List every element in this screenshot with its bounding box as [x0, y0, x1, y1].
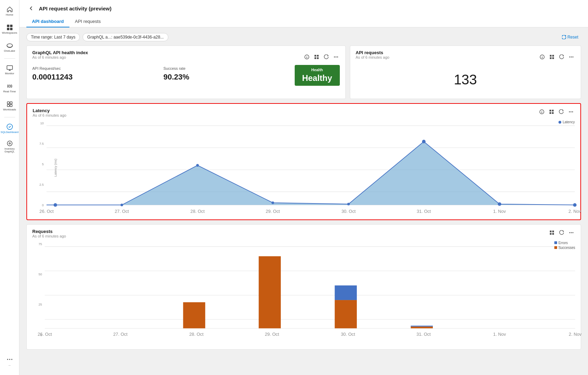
requests-chart-inner: Errors Successes — [42, 241, 575, 345]
latency-chart-actions — [538, 108, 575, 116]
svg-point-68 — [571, 232, 572, 233]
req-y-25: 25 — [39, 303, 42, 306]
health-refresh-button[interactable] — [322, 53, 330, 61]
svg-point-30 — [569, 56, 570, 57]
svg-rect-28 — [550, 57, 552, 59]
latency-grid-button[interactable] — [548, 108, 555, 116]
api-info-button[interactable] — [538, 53, 546, 61]
svg-text:27. Oct: 27. Oct — [115, 209, 129, 214]
svg-text:28. Oct: 28. Oct — [191, 209, 205, 214]
svg-point-47 — [53, 203, 57, 207]
svg-rect-63 — [550, 231, 552, 232]
svg-point-39 — [571, 111, 572, 112]
health-info-button[interactable] — [303, 53, 311, 61]
svg-text:29. Oct: 29. Oct — [266, 209, 280, 214]
content-area: Time range: Last 7 days GraphQL a...: aa… — [19, 27, 588, 375]
health-grid-button[interactable] — [313, 53, 320, 61]
metric-success-rate: Success rate 90.23% — [163, 65, 295, 86]
latency-svg-chart: 26. Oct 27. Oct 28. Oct 29. Oct 30. Oct … — [47, 126, 575, 214]
bar-28oct-successes — [183, 302, 205, 328]
sidebar-item-inventorygraphql[interactable]: Inventory GraphQL — [1, 138, 18, 155]
svg-point-31 — [571, 56, 572, 57]
health-metrics: API Request/sec 0.00011243 Success rate … — [32, 65, 340, 86]
health-card-actions — [303, 53, 340, 61]
requests-grid-button[interactable] — [548, 229, 556, 236]
svg-rect-34 — [549, 110, 551, 111]
topbar: API request activity (preview) API dashb… — [19, 0, 588, 27]
requests-refresh-button[interactable] — [558, 229, 565, 236]
graphql-filter[interactable]: GraphQL a...: aae539de-0c3f-4436-a28... — [83, 33, 168, 41]
req-y-75: 75 — [39, 242, 42, 246]
api-more-button[interactable] — [568, 53, 575, 61]
svg-text:31. Oct: 31. Oct — [417, 332, 431, 337]
latency-refresh-button[interactable] — [557, 108, 565, 116]
bar-31oct-errors — [411, 326, 433, 327]
errors-legend-square — [554, 241, 557, 244]
sidebar: Home Workspaces OneLake Monitor Real-Tim… — [0, 0, 19, 375]
latency-more-button[interactable] — [567, 108, 575, 116]
requests-more-button[interactable] — [568, 229, 575, 236]
bar-30oct-successes — [335, 300, 357, 328]
api-grid-button[interactable] — [548, 53, 556, 61]
health-index-card: GraphQL API health index As of 6 minutes… — [26, 45, 346, 99]
svg-text:2. Nov: 2. Nov — [569, 209, 581, 214]
svg-point-54 — [573, 203, 577, 207]
sidebar-item-workloads[interactable]: Workloads — [1, 98, 18, 114]
svg-point-53 — [498, 202, 501, 206]
api-refresh-button[interactable] — [558, 53, 565, 61]
latency-legend-dot — [558, 121, 561, 124]
reset-button[interactable]: Reset — [559, 33, 581, 41]
svg-point-40 — [572, 111, 573, 112]
svg-text:27. Oct: 27. Oct — [113, 332, 127, 337]
svg-text:1. Nov: 1. Nov — [493, 332, 506, 337]
sidebar-item-more[interactable]: ... — [1, 353, 18, 369]
svg-text:26. Oct: 26. Oct — [38, 332, 52, 337]
svg-point-15 — [9, 359, 10, 360]
svg-text:2. Nov: 2. Nov — [569, 332, 582, 337]
requests-legend: Errors Successes — [554, 241, 575, 250]
bar-30oct-errors — [335, 285, 357, 300]
svg-point-32 — [572, 56, 573, 57]
requests-legend-successes: Successes — [554, 246, 575, 250]
latency-title-group: Latency As of 6 minutes ago — [33, 108, 66, 117]
sidebar-item-monitor[interactable]: Monitor — [1, 61, 18, 78]
cards-row: GraphQL API health index As of 6 minutes… — [26, 45, 581, 99]
bar-29oct-successes — [259, 256, 281, 328]
svg-rect-9 — [7, 105, 9, 107]
svg-point-69 — [572, 232, 573, 233]
svg-rect-1 — [10, 25, 12, 27]
latency-chart-panel: Latency As of 6 minutes ago — [26, 103, 581, 220]
sidebar-item-home[interactable]: Home — [1, 3, 18, 19]
sidebar-item-realtime[interactable]: Real-Time — [1, 80, 18, 96]
api-requests-value: 133 — [356, 65, 576, 94]
sidebar-item-workspaces[interactable]: Workspaces — [1, 21, 18, 38]
health-card-header: GraphQL API health index As of 6 minutes… — [32, 50, 340, 64]
svg-point-23 — [335, 56, 336, 57]
svg-rect-65 — [550, 233, 552, 235]
svg-rect-29 — [552, 57, 554, 59]
filter-bar: Time range: Last 7 days GraphQL a...: aa… — [26, 33, 581, 41]
latency-info-button[interactable] — [538, 108, 546, 116]
tab-api-dashboard[interactable]: API dashboard — [26, 16, 69, 27]
svg-point-16 — [11, 359, 12, 360]
health-card-title-group: GraphQL API health index As of 6 minutes… — [32, 50, 88, 64]
svg-rect-3 — [10, 28, 12, 30]
svg-rect-0 — [7, 25, 9, 27]
svg-text:31. Oct: 31. Oct — [417, 209, 431, 214]
time-range-filter[interactable]: Time range: Last 7 days — [26, 33, 80, 41]
main-content: API request activity (preview) API dashb… — [19, 0, 588, 375]
svg-rect-64 — [552, 231, 554, 232]
back-button[interactable] — [26, 3, 36, 13]
sidebar-item-sqldashboard[interactable]: SQLDashboard — [1, 120, 18, 137]
svg-rect-26 — [550, 55, 552, 57]
svg-point-49 — [196, 164, 199, 167]
tab-api-requests[interactable]: API requests — [69, 16, 106, 27]
requests-chart-header: Requests As of 6 minutes ago — [32, 229, 575, 238]
api-requests-title: API requests — [356, 50, 389, 55]
sidebar-item-onelake[interactable]: OneLake — [1, 39, 18, 56]
svg-point-13 — [9, 143, 10, 144]
requests-chart-actions — [548, 229, 575, 236]
health-card-subtitle: As of 6 minutes ago — [32, 55, 88, 59]
health-more-button[interactable] — [332, 53, 340, 61]
latency-chart-header: Latency As of 6 minutes ago — [33, 108, 575, 117]
